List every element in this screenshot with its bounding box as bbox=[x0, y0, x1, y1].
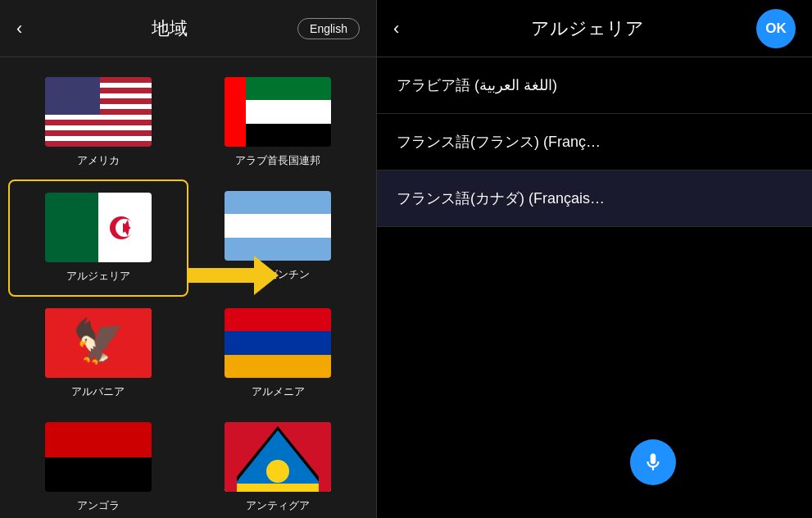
flag-uae-right bbox=[246, 77, 331, 147]
country-angola[interactable]: アンゴラ bbox=[8, 411, 188, 518]
flag-antigua bbox=[225, 422, 331, 492]
crescent-container bbox=[105, 211, 138, 244]
country-albania[interactable]: 🦅 アルバニア bbox=[8, 297, 188, 411]
flag-albania: 🦅 bbox=[45, 308, 152, 378]
flag-uae-stripe3 bbox=[246, 124, 331, 147]
language-item-french-france[interactable]: フランス語(フランス) (Franç… bbox=[377, 114, 812, 170]
flag-argentina-mid bbox=[225, 214, 331, 237]
country-algeria-name: アルジェリア bbox=[66, 269, 130, 284]
flag-algeria-right bbox=[98, 193, 152, 262]
language-item-french-canada[interactable]: フランス語(カナダ) (Français… bbox=[377, 170, 812, 227]
country-albania-name: アルバニア bbox=[71, 384, 125, 399]
country-antigua-name: アンティグア bbox=[246, 498, 310, 513]
ok-button[interactable]: OK bbox=[756, 9, 796, 48]
flag-armenia-top bbox=[225, 308, 331, 331]
svg-rect-12 bbox=[319, 422, 331, 492]
country-uae-name: アラブ首長国連邦 bbox=[235, 153, 320, 168]
language-arabic-label: アラビア語 (اللغة العربية) bbox=[397, 77, 557, 93]
flag-algeria bbox=[45, 193, 152, 262]
flag-angola-bot bbox=[45, 457, 152, 493]
country-usa[interactable]: アメリカ bbox=[8, 66, 188, 179]
flag-armenia bbox=[225, 308, 331, 378]
flag-argentina-top bbox=[225, 191, 331, 214]
arrow-body bbox=[188, 268, 254, 283]
left-back-button[interactable]: ‹ bbox=[16, 18, 41, 39]
flag-armenia-mid bbox=[225, 331, 331, 354]
right-back-button[interactable]: ‹ bbox=[393, 18, 418, 39]
svg-rect-11 bbox=[225, 422, 237, 492]
language-french-france-label: フランス語(フランス) (Franç… bbox=[397, 134, 601, 150]
svg-text:🦅: 🦅 bbox=[71, 316, 125, 366]
country-uae[interactable]: アラブ首長国連邦 bbox=[188, 66, 369, 179]
right-panel: ‹ アルジェリア OK アラビア語 (اللغة العربية) フランス語(… bbox=[377, 0, 812, 518]
flag-uae bbox=[225, 77, 331, 147]
language-item-arabic[interactable]: アラビア語 (اللغة العربية) bbox=[377, 57, 812, 114]
country-usa-name: アメリカ bbox=[77, 153, 120, 168]
language-french-canada-label: フランス語(カナダ) (Français… bbox=[397, 190, 605, 207]
language-badge[interactable]: English bbox=[297, 18, 360, 39]
flag-algeria-left bbox=[45, 193, 98, 262]
mic-button-floating[interactable] bbox=[630, 439, 676, 485]
flag-uae-red bbox=[225, 77, 246, 147]
country-armenia-name: アルメニア bbox=[252, 384, 305, 399]
country-angola-name: アンゴラ bbox=[77, 498, 120, 513]
right-header: ‹ アルジェリア OK bbox=[377, 0, 812, 57]
country-antigua[interactable]: アンティグア bbox=[188, 411, 369, 518]
flag-uae-stripe1 bbox=[246, 77, 331, 100]
flag-argentina bbox=[225, 191, 331, 261]
language-list: アラビア語 (اللغة العربية) フランス語(フランス) (Franç… bbox=[377, 57, 812, 518]
svg-point-10 bbox=[266, 460, 289, 483]
country-algeria[interactable]: アルジェリア bbox=[8, 179, 188, 297]
arrow-head bbox=[254, 256, 279, 295]
flag-armenia-bot bbox=[225, 355, 331, 378]
flag-usa bbox=[45, 77, 152, 147]
right-panel-title: アルジェリア bbox=[418, 16, 756, 41]
svg-rect-9 bbox=[225, 484, 331, 492]
arrow-container bbox=[188, 256, 279, 295]
left-panel-title: 地域 bbox=[41, 16, 297, 41]
country-armenia[interactable]: アルメニア bbox=[188, 297, 369, 411]
left-header: ‹ 地域 English bbox=[0, 0, 376, 57]
flag-angola-top bbox=[45, 422, 152, 457]
flag-uae-stripe2 bbox=[246, 100, 331, 123]
flag-angola bbox=[45, 422, 152, 492]
